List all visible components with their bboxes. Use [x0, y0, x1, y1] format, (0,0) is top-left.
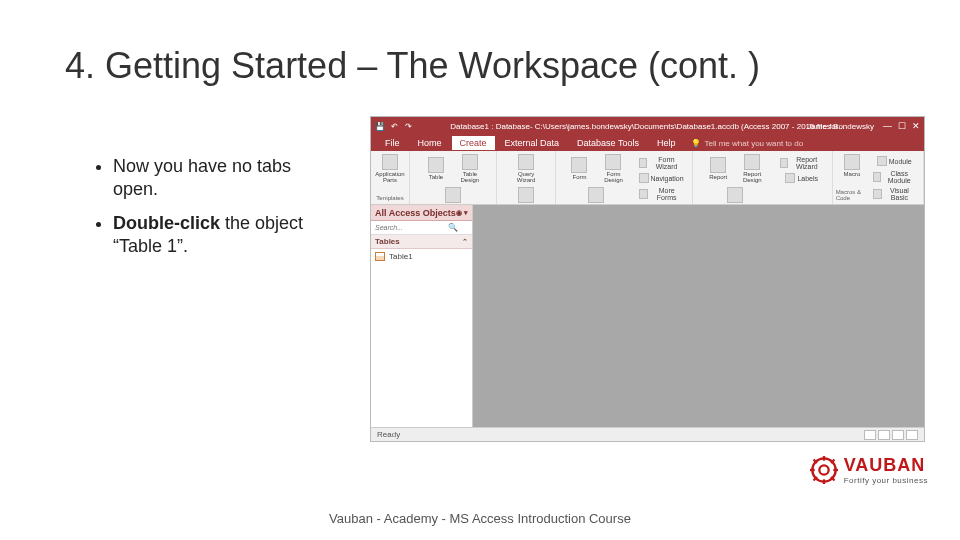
- redo-icon[interactable]: ↷: [403, 121, 413, 131]
- quick-access-toolbar: 💾 ↶ ↷: [375, 121, 413, 131]
- bullet-2: Double-click the object “Table 1”.: [113, 212, 335, 259]
- gear-icon: [810, 456, 838, 484]
- view-btn-4[interactable]: [906, 430, 918, 440]
- report-button[interactable]: Report: [702, 153, 734, 184]
- tab-database-tools[interactable]: Database Tools: [569, 136, 647, 150]
- logo-brand: VAUBAN: [844, 455, 928, 476]
- tab-help[interactable]: Help: [649, 136, 684, 150]
- form-wizard-button[interactable]: Form Wizard: [636, 155, 687, 171]
- nav-collapse-icon[interactable]: ◉: [456, 209, 462, 217]
- status-text: Ready: [377, 430, 400, 439]
- maximize-icon[interactable]: ☐: [898, 121, 906, 131]
- ribbon-group-reports: Report Report Design Blank Report Report…: [693, 151, 833, 204]
- bullet-2-bold: Double-click: [113, 213, 220, 233]
- chevron-up-icon: ⌃: [462, 238, 468, 246]
- more-forms-button[interactable]: More Forms: [636, 186, 687, 202]
- ribbon: Application Parts Templates Table Table …: [371, 151, 924, 205]
- svg-point-1: [819, 465, 828, 474]
- tab-create[interactable]: Create: [452, 136, 495, 150]
- group-label-templates: Templates: [376, 195, 403, 202]
- lightbulb-icon: 💡: [691, 139, 701, 148]
- slide-footer: Vauban - Academy - MS Access Introductio…: [0, 511, 960, 526]
- document-canvas: [473, 205, 924, 427]
- ribbon-group-templates: Application Parts Templates: [371, 151, 410, 204]
- module-button[interactable]: Module: [870, 155, 918, 168]
- access-window: 💾 ↶ ↷ Database1 : Database- C:\Users\jam…: [370, 116, 925, 442]
- report-design-button[interactable]: Report Design: [736, 153, 768, 184]
- chevron-down-icon[interactable]: ▾: [464, 209, 468, 217]
- navigation-pane: All Access Objects ◉▾ 🔍 Tables ⌃ Table1: [371, 205, 473, 427]
- undo-icon[interactable]: ↶: [389, 121, 399, 131]
- form-button[interactable]: Form: [563, 153, 595, 184]
- tab-home[interactable]: Home: [410, 136, 450, 150]
- nav-search-row: 🔍: [371, 221, 472, 235]
- visual-basic-button[interactable]: Visual Basic: [870, 186, 918, 202]
- labels-button[interactable]: Labels: [777, 172, 827, 185]
- tell-me[interactable]: 💡Tell me what you want to do: [691, 139, 803, 148]
- view-btn-1[interactable]: [864, 430, 876, 440]
- search-icon[interactable]: 🔍: [448, 223, 458, 232]
- application-parts-button[interactable]: Application Parts: [374, 153, 406, 184]
- ribbon-group-queries: Query Wizard Query Design Queries: [497, 151, 557, 204]
- status-bar: Ready: [371, 427, 924, 441]
- table-button[interactable]: Table: [420, 153, 452, 184]
- minimize-icon[interactable]: —: [883, 121, 892, 131]
- query-wizard-button[interactable]: Query Wizard: [510, 153, 542, 184]
- titlebar: 💾 ↶ ↷ Database1 : Database- C:\Users\jam…: [371, 117, 924, 135]
- ribbon-group-tables: Table Table Design SharePoint Lists Tabl…: [410, 151, 497, 204]
- ribbon-group-forms: Form Form Design Blank Form Forms Form W…: [556, 151, 692, 204]
- logo-tagline: Fortify your business: [844, 476, 928, 485]
- form-design-button[interactable]: Form Design: [597, 153, 629, 184]
- tell-me-text: Tell me what you want to do: [704, 139, 803, 148]
- work-area: All Access Objects ◉▾ 🔍 Tables ⌃ Table1: [371, 205, 924, 427]
- view-btn-2[interactable]: [878, 430, 890, 440]
- bullet-list: Now you have no tabs open. Double-click …: [95, 155, 335, 269]
- nav-object-label: Table1: [389, 252, 413, 261]
- nav-header[interactable]: All Access Objects ◉▾: [371, 205, 472, 221]
- nav-category-tables[interactable]: Tables ⌃: [371, 235, 472, 249]
- table-icon: [375, 252, 385, 261]
- table-design-button[interactable]: Table Design: [454, 153, 486, 184]
- navigation-button[interactable]: Navigation: [636, 172, 687, 185]
- close-icon[interactable]: ✕: [912, 121, 920, 131]
- nav-search-input[interactable]: [375, 224, 445, 231]
- bullet-1: Now you have no tabs open.: [113, 155, 335, 202]
- window-title: Database1 : Database- C:\Users\james.bon…: [450, 122, 844, 131]
- save-icon[interactable]: 💾: [375, 121, 385, 131]
- class-module-button[interactable]: Class Module: [870, 169, 918, 185]
- signed-in-user[interactable]: James Bondewsky: [807, 122, 874, 131]
- tab-external-data[interactable]: External Data: [497, 136, 568, 150]
- ribbon-group-macros: Macro Macros & Code Module Class Module …: [833, 151, 924, 204]
- vauban-logo: VAUBAN Fortify your business: [810, 455, 928, 485]
- view-switcher: [864, 430, 918, 440]
- macro-button[interactable]: Macro: [836, 153, 868, 178]
- tab-file[interactable]: File: [377, 136, 408, 150]
- group-label-macros: Macros & Code: [836, 189, 869, 202]
- nav-object-table1[interactable]: Table1: [371, 249, 472, 263]
- view-btn-3[interactable]: [892, 430, 904, 440]
- ribbon-tabs: File Home Create External Data Database …: [371, 135, 924, 151]
- slide-title: 4. Getting Started – The Workspace (cont…: [65, 45, 760, 87]
- nav-category-label: Tables: [375, 237, 400, 246]
- report-wizard-button[interactable]: Report Wizard: [777, 155, 827, 171]
- nav-header-label: All Access Objects: [375, 208, 456, 218]
